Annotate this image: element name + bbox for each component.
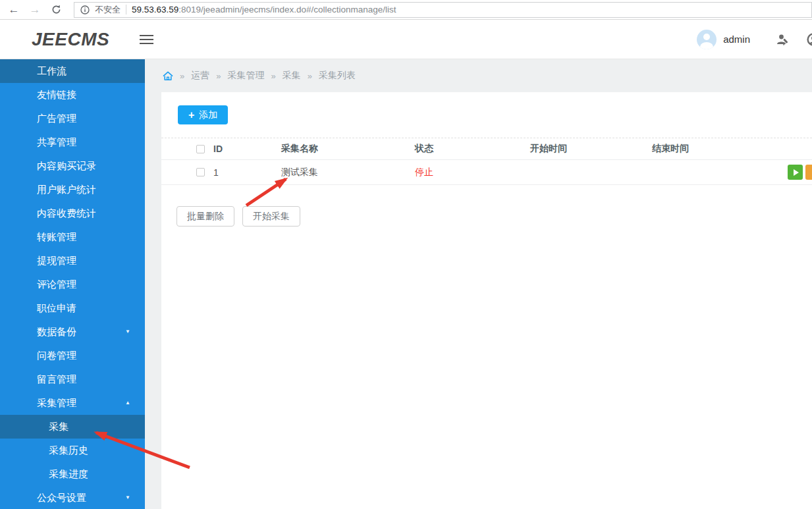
breadcrumb-separator: » <box>271 71 275 81</box>
header-cell: 结束时间 <box>652 143 774 155</box>
user-avatar[interactable] <box>697 30 717 49</box>
sidebar-item-label: 友情链接 <box>37 89 76 100</box>
header-cell: 状态 <box>415 143 530 155</box>
sidebar-item-label: 留言管理 <box>37 373 76 385</box>
sidebar-item[interactable]: 共享管理 <box>0 130 145 154</box>
play-icon <box>794 169 799 176</box>
main-area: » 运营 » 采集管理 » 采集 » 采集列表 + 添加 ID采集名称状态开始时… <box>145 59 812 509</box>
username-label[interactable]: admin <box>723 34 750 45</box>
plus-icon: + <box>188 110 194 121</box>
sidebar-item[interactable]: 公众号设置▼ <box>0 486 145 509</box>
sidebar-item[interactable]: 留言管理 <box>0 367 145 391</box>
browser-chrome: ← → 不安全 59.53.63.59:8019/jeeadmin/jeecms… <box>0 0 812 20</box>
sidebar-item[interactable]: 问卷管理 <box>0 344 145 367</box>
sidebar-item[interactable]: 采集历史 <box>0 439 145 462</box>
settings-user-icon[interactable] <box>806 33 812 46</box>
play-button[interactable] <box>788 165 803 180</box>
sidebar-item-label: 职位申请 <box>37 302 76 313</box>
sidebar-item-label: 问卷管理 <box>37 350 76 361</box>
pause-button[interactable] <box>805 165 812 180</box>
reload-icon[interactable] <box>50 4 62 16</box>
header-cell: 采集名称 <box>281 143 415 155</box>
table-header-row: ID采集名称状态开始时间结束时间 <box>161 138 812 160</box>
sidebar-item-label: 用户账户统计 <box>37 184 96 195</box>
collection-table: ID采集名称状态开始时间结束时间 1测试采集停止 <box>161 138 812 185</box>
add-button[interactable]: + 添加 <box>178 105 228 124</box>
sidebar-item-label: 采集历史 <box>49 444 88 456</box>
sidebar-item-label: 数据备份 <box>37 326 76 337</box>
cell-status: 停止 <box>415 167 530 178</box>
cell-name: 测试采集 <box>281 167 415 178</box>
breadcrumb-item-collection-list[interactable]: 采集列表 <box>319 70 356 82</box>
sidebar-item[interactable]: 采集 <box>0 415 145 439</box>
header-cell: 开始时间 <box>530 143 652 155</box>
add-button-label: 添加 <box>199 109 217 121</box>
app-header: JEECMS admin <box>0 20 812 59</box>
page-url: 59.53.63.59:8019/jeeadmin/jeecms/index.d… <box>132 5 396 14</box>
sidebar-item[interactable]: 友情链接 <box>0 83 145 107</box>
select-all-checkbox[interactable] <box>196 145 205 153</box>
sidebar-item-label: 提现管理 <box>37 255 76 266</box>
breadcrumb-separator: » <box>180 71 184 81</box>
sidebar-item[interactable]: 用户账户统计 <box>0 178 145 201</box>
row-checkbox[interactable] <box>196 168 205 176</box>
sidebar-item[interactable]: 转账管理 <box>0 225 145 249</box>
chevron-down-icon: ▼ <box>125 320 130 344</box>
sidebar-item[interactable]: 工作流 <box>0 59 145 83</box>
sidebar-item-label: 采集管理 <box>37 397 76 408</box>
chevron-down-icon: ▼ <box>125 486 130 509</box>
sidebar-item-label: 采集 <box>49 421 68 432</box>
sidebar-item-label: 转账管理 <box>37 231 76 242</box>
sidebar-item-label: 内容购买记录 <box>37 160 96 171</box>
batch-delete-button[interactable]: 批量删除 <box>176 206 234 227</box>
back-icon[interactable]: ← <box>8 4 20 16</box>
breadcrumb-separator: » <box>216 71 221 81</box>
sidebar-menu: 工作流友情链接广告管理共享管理内容购买记录用户账户统计内容收费统计转账管理提现管… <box>0 59 145 509</box>
breadcrumb-item-yunying[interactable]: 运营 <box>191 70 209 82</box>
sidebar-item[interactable]: 数据备份▼ <box>0 320 145 344</box>
breadcrumb-separator: » <box>308 71 312 81</box>
sidebar-item-label: 工作流 <box>37 65 67 76</box>
sidebar-item[interactable]: 广告管理 <box>0 107 145 130</box>
sidebar-item[interactable]: 评论管理 <box>0 273 145 296</box>
breadcrumb: » 运营 » 采集管理 » 采集 » 采集列表 <box>145 59 812 92</box>
address-bar[interactable]: 不安全 59.53.63.59:8019/jeeadmin/jeecms/ind… <box>74 2 812 18</box>
sidebar-item-label: 共享管理 <box>37 136 76 147</box>
sidebar-item-label: 公众号设置 <box>37 492 86 503</box>
security-label: 不安全 <box>95 4 121 16</box>
jeecms-logo: JEECMS <box>32 29 109 50</box>
sidebar-item[interactable]: 采集进度 <box>0 462 145 486</box>
menu-toggle-icon[interactable] <box>140 35 153 44</box>
address-separator <box>126 5 126 14</box>
home-icon[interactable] <box>163 71 173 81</box>
sidebar-item[interactable]: 采集管理▲ <box>0 391 145 415</box>
start-collection-button[interactable]: 开始采集 <box>242 206 300 227</box>
breadcrumb-item-collection[interactable]: 采集 <box>283 70 301 82</box>
sidebar-item-label: 评论管理 <box>37 279 76 290</box>
chevron-up-icon: ▲ <box>125 391 130 415</box>
sidebar-item-label: 广告管理 <box>37 113 76 124</box>
sidebar-item[interactable]: 提现管理 <box>0 249 145 273</box>
header-cell: ID <box>213 144 281 154</box>
info-icon[interactable] <box>80 5 90 14</box>
forward-icon[interactable]: → <box>29 4 41 16</box>
table-row: 1测试采集停止 <box>161 160 812 185</box>
sidebar-item[interactable]: 内容收费统计 <box>0 201 145 225</box>
breadcrumb-item-collection-manage[interactable]: 采集管理 <box>227 70 264 82</box>
sidebar-item[interactable]: 职位申请 <box>0 296 145 320</box>
content-card: + 添加 ID采集名称状态开始时间结束时间 1测试采集停止 批量删除 开始采集 <box>161 92 812 509</box>
cell-id: 1 <box>213 167 281 178</box>
profile-edit-icon[interactable] <box>776 34 789 45</box>
sidebar-item-label: 采集进度 <box>49 468 88 479</box>
sidebar-item-label: 内容收费统计 <box>37 207 96 219</box>
sidebar-item[interactable]: 内容购买记录 <box>0 154 145 178</box>
